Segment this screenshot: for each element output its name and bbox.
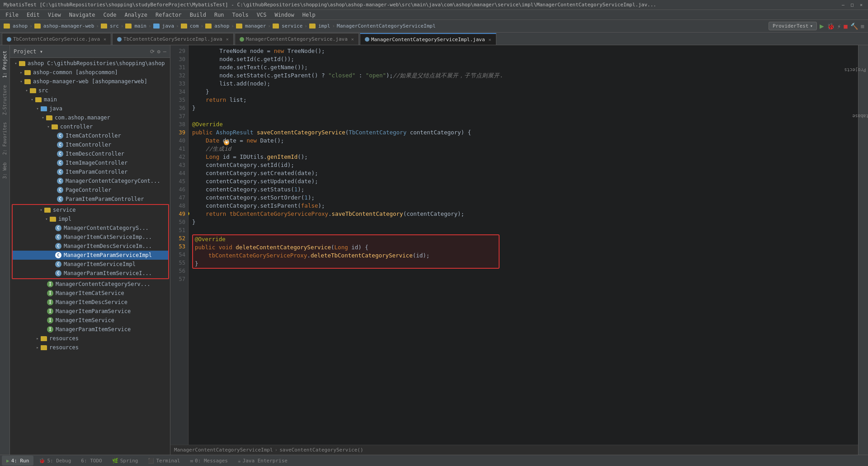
menu-analyze[interactable]: Analyze (121, 11, 151, 19)
tree-item-src[interactable]: ▾ src (10, 86, 170, 95)
tree-item-managerparamitemserviceiface[interactable]: I ManagerParamItemService (10, 325, 170, 334)
tree-item-managercontentcategoryserviceiface[interactable]: I ManagerContentCategoryServ... (10, 280, 170, 289)
tree-item-paramitemparamcontroller[interactable]: C ParamItemParamController (10, 195, 170, 204)
breadcrumb-src[interactable]: src (101, 23, 119, 29)
menu-tools[interactable]: Tools (229, 11, 252, 19)
breadcrumb-java[interactable]: java (153, 23, 175, 29)
breadcrumb-class[interactable]: ManagerContentCategoryServiceImpl (337, 23, 436, 29)
breadcrumb-service[interactable]: service (273, 23, 302, 29)
menu-refactor[interactable]: Refactor (152, 11, 185, 19)
bottom-tab-java-enterprise[interactable]: ☕ Java Enterprise (233, 456, 292, 466)
tab-close[interactable]: ✕ (226, 37, 229, 42)
tree-item-manageritemdescserviceimpl[interactable]: C ManagerItemDescServiceIm... (13, 242, 168, 251)
code-line-50: } (192, 218, 854, 226)
code-content[interactable]: TreeNode node = new TreeNode(); node.set… (189, 45, 858, 445)
tree-item-pagecontroller[interactable]: C PageController (10, 185, 170, 195)
menu-view[interactable]: View (44, 11, 65, 19)
tree-item-ashopmanagerweb[interactable]: ▾ ashop-manager-web [ashopmanagerweb] (10, 77, 170, 86)
menu-vcs[interactable]: VCS (253, 11, 270, 19)
breadcrumb-main[interactable]: main (125, 23, 146, 29)
tree-item-itemdesccontroller[interactable]: C ItemDescController (10, 149, 170, 158)
menu-window[interactable]: Window (271, 11, 297, 19)
debug-button[interactable]: 🐞 (827, 23, 835, 30)
tree-item-main[interactable]: ▾ main (10, 95, 170, 104)
tree-item-manageritemdescserviceiface[interactable]: I ManagerItemDescService (10, 298, 170, 307)
run-button[interactable]: ▶ (820, 22, 824, 30)
tree-item-resources[interactable]: ▸ resources (10, 334, 170, 343)
tree-item-manageritemcatserviceimpl[interactable]: C ManagerItemCatServiceImp... (13, 233, 168, 242)
right-tab-database[interactable]: Database (849, 112, 868, 120)
tab-close[interactable]: ✕ (351, 37, 354, 42)
tab-managercontentcategoryservice[interactable]: ManagerContentCategoryService.java ✕ (235, 33, 359, 45)
code-line-31: node.setText(c.getName()); (192, 63, 854, 71)
class-icon: C (55, 270, 61, 276)
menu-build[interactable]: Build (186, 11, 210, 19)
bottom-tab-todo[interactable]: 6: TODO (76, 456, 106, 466)
breadcrumb-manager[interactable]: manager (236, 23, 266, 29)
maximize-button[interactable]: □ (849, 2, 855, 8)
window-controls[interactable]: — □ ✕ (840, 2, 864, 8)
tree-item-managercontentcategoryserviceimpl[interactable]: C ManagerContentCategoryS... (13, 223, 168, 233)
folder-icon (205, 24, 212, 29)
tree-item-manageritemparamserviceimpl[interactable]: C ManagerItemParamServiceImpl (13, 251, 168, 260)
sidebar-tab-web[interactable]: 3: Web (0, 159, 9, 182)
tree-item-manageritemserviceimpl[interactable]: C ManagerItemServiceImpl (13, 260, 168, 269)
tab-tbcontentcategoryserviceimpl[interactable]: TbContentCateGoryServiceImpl.java ✕ (112, 33, 234, 45)
tree-item-manageritemserviceiface[interactable]: I ManagerItemService (10, 316, 170, 325)
menu-navigate[interactable]: Navigate (66, 11, 99, 19)
breadcrumb-com[interactable]: com (181, 23, 199, 29)
bottom-tab-messages[interactable]: ✉ 0: Messages (185, 456, 232, 466)
tree-item-service[interactable]: ▾ service (13, 205, 168, 214)
stop-button[interactable]: ■ (844, 23, 847, 30)
tree-item-itemcontroller[interactable]: C ItemController (10, 140, 170, 149)
tab-tbcontentcategoryservice[interactable]: TbContentCateGoryService.java ✕ (2, 33, 111, 45)
bottom-tab-spring[interactable]: 🌿 Spring (108, 456, 143, 466)
menu-file[interactable]: File (2, 11, 22, 19)
tab-close[interactable]: ✕ (104, 37, 106, 42)
title-bar: MybatisTest [C:\githubRepositories\shopp… (0, 0, 868, 10)
minimize-panel-icon[interactable]: — (163, 48, 166, 55)
sidebar-tab-project[interactable]: 1: Project (0, 47, 9, 81)
menu-edit[interactable]: Edit (23, 11, 43, 19)
minimize-button[interactable]: — (840, 2, 846, 8)
more-button[interactable]: ≡ (861, 23, 864, 30)
run-with-coverage[interactable]: ⚡ (837, 23, 841, 30)
tree-item-itemcatcontroller[interactable]: C ItemCatController (10, 131, 170, 140)
build-button[interactable]: 🔨 (850, 23, 858, 30)
tree-item-comashopmanager[interactable]: ▾ com.ashop.manager (10, 113, 170, 122)
tree-item-manageritemcatserviceiface[interactable]: I ManagerItemCatService (10, 289, 170, 298)
tree-item-java[interactable]: ▾ java (10, 104, 170, 113)
tree-item-manageritemparamserviceiface[interactable]: I ManagerItemParamService (10, 307, 170, 316)
run-config-selector[interactable]: ProviderTest ▾ (769, 22, 817, 30)
sync-icon[interactable]: ⟳ (150, 48, 155, 55)
sidebar-tab-structure[interactable]: Z-Structure (0, 81, 9, 119)
sidebar-tab-favorites[interactable]: 2: Favorites (0, 119, 9, 158)
tree-item-ashopcommon[interactable]: ▸ ashop-common [ashopcommon] (10, 68, 170, 77)
tree-item-managercontent[interactable]: C ManagerContentCategoryCont... (10, 176, 170, 185)
interface-icon: I (47, 326, 53, 333)
menu-run[interactable]: Run (211, 11, 228, 19)
tab-managercontentcategoryserviceimpl[interactable]: ManagerContentCategoryServiceImpl.java ✕ (360, 33, 496, 45)
close-button[interactable]: ✕ (858, 2, 864, 8)
tree-item-impl[interactable]: ▾ impl (13, 214, 168, 223)
tree-item-itemimagecontroller[interactable]: C ItemImageController (10, 158, 170, 167)
tree-item-controller[interactable]: ▾ controller (10, 122, 170, 131)
bottom-tab-run[interactable]: ▶ 4: Run (2, 456, 33, 466)
tree-item-ashop[interactable]: ▾ ashop C:\githubRepositories\shopping\a… (10, 59, 170, 68)
left-sidebar-tabs: 1: Project Z-Structure 2: Favorites 3: W… (0, 45, 10, 455)
bottom-tab-terminal[interactable]: ⬛ Terminal (143, 456, 184, 466)
bottom-tab-debug[interactable]: 🐞 5: Debug (34, 456, 75, 466)
folder-icon (46, 115, 52, 120)
right-tab-maven[interactable]: Maven Projects (840, 66, 868, 74)
breadcrumb-manager-web[interactable]: ashop-manager-web (34, 23, 94, 29)
breadcrumb-ashop2[interactable]: ashop (205, 23, 229, 29)
tree-item-itemparamcontroller[interactable]: C ItemParamController (10, 167, 170, 176)
breadcrumb-ashop[interactable]: ashop (4, 23, 28, 29)
tab-close[interactable]: ✕ (489, 37, 491, 42)
settings-icon[interactable]: ⚙ (157, 48, 160, 55)
tree-item-managerparamitemserviceimpl[interactable]: C ManagerParamItemServiceI... (13, 269, 168, 278)
menu-help[interactable]: Help (299, 11, 319, 19)
breadcrumb-impl[interactable]: impl (309, 23, 330, 29)
menu-code[interactable]: Code (100, 11, 120, 19)
tree-item-resources2[interactable]: ▸ resources (10, 343, 170, 352)
